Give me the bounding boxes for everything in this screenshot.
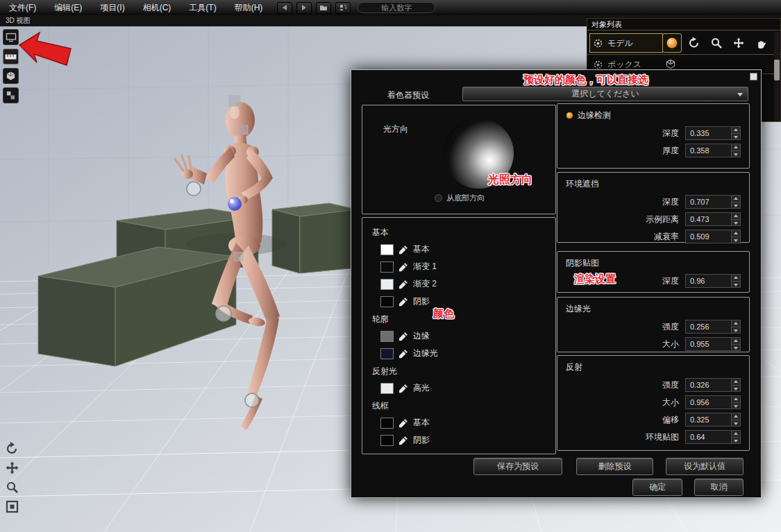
eyedropper-icon[interactable] — [398, 349, 408, 359]
refl-offset-spinner[interactable]: 0.325 — [685, 413, 741, 427]
object-list-scrollbar[interactable] — [774, 32, 780, 121]
move-object-button[interactable] — [729, 33, 748, 53]
bottom-light-radio[interactable] — [435, 194, 442, 202]
eyedropper-icon[interactable] — [398, 245, 408, 255]
forward-button[interactable] — [296, 2, 312, 14]
share-button[interactable] — [335, 2, 351, 14]
eyedropper-icon[interactable] — [398, 436, 408, 445]
spin-down-button[interactable] — [732, 327, 740, 334]
env-map-spinner[interactable]: 0.64 — [685, 430, 741, 444]
back-button[interactable] — [277, 2, 292, 14]
ao-depth-spinner[interactable]: 0.707 — [685, 195, 741, 209]
refl-size-spinner[interactable]: 0.956 — [685, 395, 741, 409]
eyedropper-icon[interactable] — [398, 262, 408, 272]
menu-project[interactable]: 项目(I) — [91, 0, 133, 16]
delete-preset-button[interactable]: 删除预设 — [576, 458, 653, 475]
spin-up-button[interactable] — [732, 275, 740, 282]
ao-distance-spinner[interactable]: 0.473 — [685, 212, 741, 226]
color-swatch[interactable] — [380, 296, 394, 307]
light-direction-sphere[interactable] — [443, 118, 514, 189]
pan-view-icon — [6, 461, 19, 474]
sphere-view-button[interactable] — [662, 33, 682, 53]
spin-down-button[interactable] — [732, 345, 740, 351]
ao-decay-spinner[interactable]: 0.509 — [685, 230, 741, 243]
orbit-view-button[interactable] — [685, 33, 704, 53]
settings-gear-icon[interactable] — [593, 60, 603, 70]
menu-file[interactable]: 文件(F) — [0, 0, 45, 16]
ok-button[interactable]: 确定 — [632, 479, 682, 496]
set-default-button[interactable]: 设为默认值 — [666, 458, 744, 475]
folder-button[interactable] — [316, 2, 331, 14]
hand-pan-button[interactable] — [751, 33, 771, 53]
spin-up-button[interactable] — [732, 196, 740, 203]
spin-up-button[interactable] — [732, 230, 740, 237]
shadow-depth-spinner[interactable]: 0.96 — [685, 274, 741, 288]
selected-object[interactable]: モデル — [589, 33, 663, 53]
zoom-view-button[interactable] — [3, 479, 20, 495]
edge-detect-radio[interactable] — [566, 112, 573, 119]
spin-down-button[interactable] — [732, 151, 740, 157]
spin-up-button[interactable] — [732, 320, 740, 327]
menu-tools[interactable]: 工具(T) — [180, 0, 225, 16]
spin-up-button[interactable] — [732, 144, 740, 151]
spin-up-button[interactable] — [732, 379, 740, 386]
eyedropper-icon[interactable] — [398, 332, 408, 341]
spin-down-button[interactable] — [732, 134, 740, 140]
head-gizmo — [229, 96, 240, 106]
spin-down-button[interactable] — [732, 282, 740, 288]
color-row: 渐变 1 — [372, 258, 546, 275]
number-input[interactable] — [358, 2, 435, 13]
spin-down-button[interactable] — [732, 420, 740, 427]
rotate-view-button[interactable] — [3, 440, 20, 456]
zoom-object-button[interactable] — [707, 33, 726, 53]
color-swatch[interactable] — [380, 244, 394, 255]
eyedropper-icon[interactable] — [398, 280, 408, 289]
color-swatch[interactable] — [380, 418, 394, 429]
ankle-gizmo — [245, 393, 259, 407]
eyedropper-icon[interactable] — [398, 384, 408, 393]
spin-up-button[interactable] — [732, 338, 740, 345]
scrollbar-thumb[interactable] — [774, 60, 780, 80]
color-swatch[interactable] — [380, 261, 394, 273]
color-swatch[interactable] — [380, 383, 394, 394]
preset-dropdown[interactable]: 選択してください — [462, 87, 748, 101]
frame-view-button[interactable] — [3, 498, 20, 515]
spinner-value: 0.64 — [686, 431, 731, 443]
spin-up-button[interactable] — [732, 213, 740, 220]
thickness-spinner[interactable]: 0.358 — [685, 144, 741, 157]
eyedropper-icon[interactable] — [398, 297, 408, 307]
spin-down-button[interactable] — [732, 438, 740, 444]
green-box-right[interactable] — [272, 203, 357, 273]
pan-view-button[interactable] — [3, 459, 20, 476]
dialog-close-button[interactable] — [750, 73, 757, 80]
refl-strength-spinner[interactable]: 0.326 — [685, 378, 741, 392]
spin-down-button[interactable] — [732, 220, 740, 226]
spin-down-button[interactable] — [732, 403, 740, 409]
rim-size-spinner[interactable]: 0.955 — [685, 337, 741, 351]
cube-tool-button[interactable] — [3, 68, 19, 84]
spin-up-button[interactable] — [732, 431, 740, 438]
menu-edit[interactable]: 编辑(E) — [45, 0, 91, 16]
menu-help[interactable]: 帮助(H) — [226, 0, 272, 16]
cancel-button[interactable]: 取消 — [694, 479, 744, 496]
spin-down-button[interactable] — [732, 386, 740, 392]
edge-detect-group: 边缘检测 深度 0.335 厚度 0.358 — [557, 103, 750, 169]
color-swatch[interactable] — [380, 435, 394, 446]
spin-down-button[interactable] — [732, 237, 740, 243]
rim-strength-spinner[interactable]: 0.256 — [685, 320, 741, 334]
color-swatch[interactable] — [380, 279, 394, 290]
eyedropper-icon[interactable] — [398, 418, 408, 428]
spin-up-button[interactable] — [732, 127, 740, 134]
spin-up-button[interactable] — [732, 396, 740, 403]
blocks-tool-button[interactable] — [3, 87, 19, 103]
color-swatch[interactable] — [380, 331, 394, 342]
menu-camera[interactable]: 相机(C) — [134, 0, 180, 16]
colors-group: 基本 基本 渐变 1 渐变 2 阴影 轮廓 — [362, 217, 556, 454]
depth-spinner[interactable]: 0.335 — [685, 126, 741, 140]
spin-down-button[interactable] — [732, 203, 740, 209]
spin-up-button[interactable] — [732, 413, 740, 420]
color-swatch[interactable] — [380, 348, 394, 359]
save-preset-button[interactable]: 保存为预设 — [473, 458, 562, 475]
settings-gear-icon[interactable] — [593, 38, 603, 49]
color-label: 阴影 — [413, 434, 430, 446]
